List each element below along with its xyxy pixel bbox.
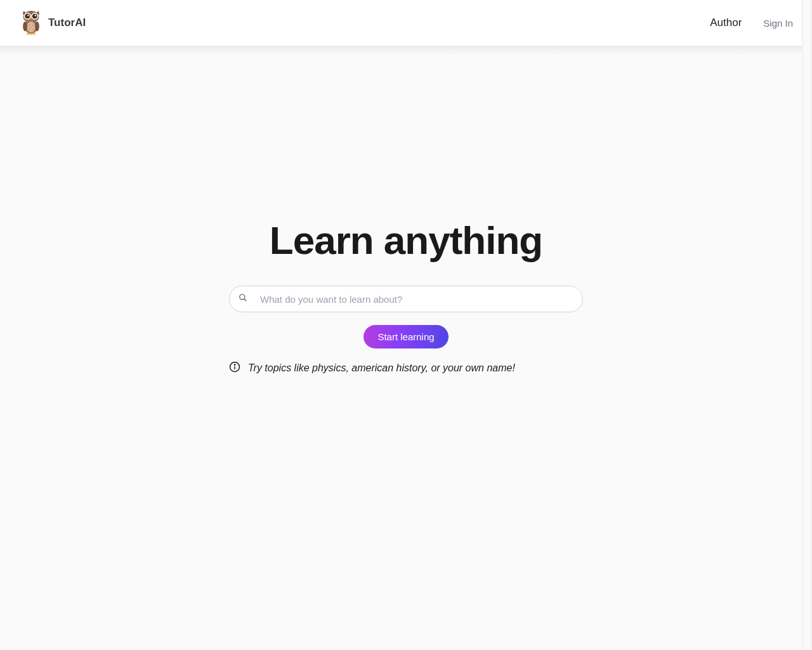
svg-point-14 <box>23 22 27 31</box>
svg-point-20 <box>234 364 235 365</box>
brand-name: TutorAI <box>48 17 86 29</box>
header-divider <box>0 46 812 56</box>
svg-point-16 <box>240 295 245 300</box>
svg-point-15 <box>35 22 39 31</box>
svg-point-6 <box>34 15 36 16</box>
hint-text: Try topics like physics, american histor… <box>248 362 515 374</box>
scrollbar[interactable] <box>802 0 812 650</box>
nav-signin-link[interactable]: Sign In <box>763 18 793 29</box>
owl-logo-icon <box>19 8 43 37</box>
hint-row: Try topics like physics, american histor… <box>229 361 583 375</box>
info-icon <box>229 361 240 375</box>
hero-title: Learn anything <box>270 218 542 263</box>
nav-author-link[interactable]: Author <box>710 17 742 29</box>
svg-point-5 <box>27 15 29 16</box>
svg-point-13 <box>32 29 34 30</box>
svg-point-3 <box>25 14 30 19</box>
header: TutorAI Author Sign In <box>0 0 812 46</box>
search-input[interactable] <box>247 294 573 305</box>
svg-point-10 <box>32 25 34 26</box>
scrollbar-thumb[interactable] <box>803 0 811 650</box>
svg-point-9 <box>29 25 30 26</box>
search-container[interactable] <box>229 286 583 312</box>
svg-point-12 <box>29 29 30 30</box>
main-content: Learn anything Start learning Try topics… <box>0 56 812 375</box>
brand-link[interactable]: TutorAI <box>19 8 86 37</box>
svg-point-4 <box>32 14 37 19</box>
start-learning-button[interactable]: Start learning <box>363 325 448 348</box>
svg-point-11 <box>30 27 32 29</box>
svg-line-17 <box>244 299 247 302</box>
header-nav: Author Sign In <box>710 17 793 29</box>
search-icon <box>239 293 247 305</box>
